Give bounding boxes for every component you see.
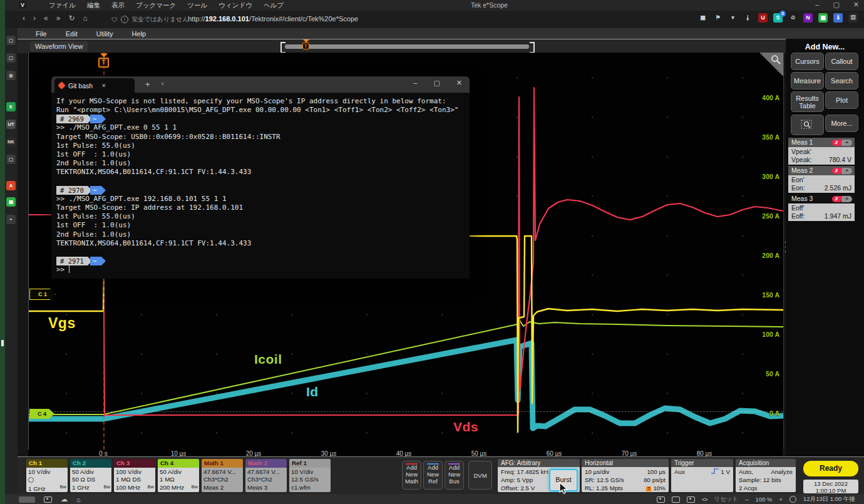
fastforward-icon[interactable]: » — [56, 14, 61, 23]
panel-icon-8[interactable]: A — [6, 181, 16, 190]
terminal-new-tab-button[interactable]: + — [145, 80, 150, 89]
add-new-ref-button[interactable]: AddNewRef — [423, 461, 443, 490]
session-extension-icon[interactable]: S3 — [773, 13, 783, 23]
zoom-tool-button[interactable] — [791, 115, 824, 135]
terminal-title-bar[interactable]: Git bash ✕ + ˅ –▢✕ — [51, 76, 470, 93]
scope-menu-help[interactable]: Help — [132, 30, 147, 38]
puzzle-extension-icon[interactable]: ⚄ — [848, 13, 858, 23]
url-field[interactable]: http://192.168.0.101/Tektronix#/client/c… — [188, 15, 358, 23]
add-new-math-button[interactable]: AddNewMath — [402, 461, 421, 490]
browser-menu-item[interactable]: ファイル — [49, 1, 76, 10]
meas-badge-pill[interactable]: 3+ — [832, 140, 852, 146]
scope-menu-utility[interactable]: Utility — [96, 30, 113, 38]
meas-badge-pill[interactable]: 3+ — [832, 168, 852, 174]
panel-icon-2[interactable]: ▢ — [6, 53, 16, 63]
vivaldi-logo-icon[interactable]: V — [19, 1, 26, 9]
panel-icon-5[interactable]: UT — [6, 120, 16, 129]
panel-icon-9[interactable]: ▦ — [6, 197, 16, 207]
terminal-close-icon[interactable]: ✕ — [456, 79, 462, 87]
terminal-tab-close-icon[interactable]: ✕ — [101, 83, 106, 89]
terminal-output[interactable]: If your MSO-Scope is not listed, specify… — [51, 93, 470, 279]
panel-icon-7[interactable]: ▢ — [6, 155, 16, 164]
add-new-bus-button[interactable]: AddNewBus — [445, 461, 464, 490]
browser-menu-item[interactable]: 編集 — [87, 1, 100, 10]
sidebar-button-1[interactable]: Cursors — [791, 53, 824, 70]
terminal-tab[interactable]: Git bash ✕ — [54, 78, 135, 93]
browser-menu-item[interactable]: 表示 — [111, 1, 125, 10]
qr-icon[interactable]: ▦ — [698, 13, 707, 23]
waveform-view-tab[interactable]: Waveform View — [30, 41, 88, 51]
sidebar-button-3[interactable]: Measure — [791, 72, 824, 90]
onenote-extension-icon[interactable]: N — [803, 13, 813, 23]
ublock-extension-icon[interactable]: U — [758, 13, 768, 23]
reset-zoom-button[interactable]: リセット — [714, 495, 738, 503]
code-icon[interactable]: <> — [702, 496, 707, 503]
sidebar-button-5[interactable]: Results Table — [791, 91, 824, 112]
minimize-icon[interactable]: – — [815, 1, 819, 9]
dvm-button[interactable]: DVM — [468, 461, 492, 490]
acquisition-badge[interactable]: Acquisition Auto,Analyze Sample: 12 bits… — [736, 459, 796, 492]
panel-icon-6[interactable]: NK — [6, 137, 16, 147]
minimap-left-bracket[interactable] — [280, 42, 285, 53]
channel-badge-math1[interactable]: Math 147.6674 V...Ch3*Ch2Meas 2 — [202, 459, 243, 492]
browser-menu-item[interactable]: ウィンドウ — [219, 1, 252, 10]
meas-add-icon[interactable]: + — [841, 196, 852, 202]
meas-badge-pill[interactable]: 3+ — [832, 196, 852, 202]
meas-card-2[interactable]: Meas 23+Eon'Eon:2.526 mJ — [788, 166, 855, 193]
trigger-badge[interactable]: Trigger Aux 1 V — [671, 459, 733, 492]
cloud-icon[interactable]: ☁ — [61, 495, 68, 503]
panel-icon-1[interactable]: ▢ — [6, 36, 16, 45]
channel-badge-ch1[interactable]: Ch 110 V/div1 GHzBw — [26, 459, 68, 492]
terminal-maximize-icon[interactable]: ▢ — [433, 79, 440, 87]
channel-badge-ch4[interactable]: Ch 450 A/div1 MΩ200 MHzBw — [158, 459, 199, 492]
sidebar-button-8[interactable]: More... — [825, 115, 858, 132]
bookmark-icon[interactable]: ⚑ — [713, 13, 723, 23]
minimap-right-bracket[interactable] — [530, 42, 535, 53]
panel-icon-10[interactable]: + — [6, 215, 16, 224]
minimap-track[interactable] — [285, 44, 529, 49]
download-icon[interactable]: ⭳ — [743, 13, 753, 23]
forward-icon[interactable]: › — [33, 14, 36, 23]
sidebar-button-2[interactable]: Callout — [825, 53, 858, 70]
reload-icon[interactable]: ↻ — [68, 14, 75, 23]
capture-icon[interactable] — [657, 496, 665, 503]
app-grid-icon[interactable] — [44, 496, 52, 503]
rewind-icon[interactable]: « — [44, 14, 48, 23]
panel-icon-4[interactable]: E — [6, 102, 16, 111]
zoom-out-button[interactable]: – — [745, 496, 748, 503]
recycle-extension-icon[interactable]: ♻ — [788, 13, 798, 23]
terminal-minimize-icon[interactable]: – — [413, 79, 417, 87]
channel-badge-ref1[interactable]: Ref 110 V/div12.5 GS/sc1.wfm — [289, 459, 331, 492]
dropdown-chevron-icon[interactable]: ▾ — [728, 13, 738, 23]
scope-menu-edit[interactable]: Edit — [66, 30, 78, 38]
grid-extension-icon[interactable]: ▦ — [818, 13, 828, 23]
browser-menu-item[interactable]: ヘルプ — [264, 1, 284, 10]
maximize-icon[interactable]: ▢ — [833, 1, 839, 9]
channel-badge-ch3[interactable]: Ch 3100 V/div1 MΩ DS100 MHzBw — [114, 459, 155, 492]
scope-menu-file[interactable]: File — [36, 30, 47, 38]
sidebar-button-6[interactable]: Plot — [825, 91, 858, 109]
arrow-extension-icon[interactable]: ⇓ — [833, 13, 843, 23]
image-icon[interactable] — [687, 496, 695, 503]
sidebar-button-4[interactable]: Search — [825, 72, 858, 90]
zoom-in-button[interactable]: + — [779, 496, 783, 503]
terminal-window[interactable]: Git bash ✕ + ˅ –▢✕ If your MSO-Scope is … — [51, 76, 470, 279]
taskbar-button[interactable] — [19, 496, 35, 503]
panel-icon-3[interactable]: ◍ — [6, 71, 16, 80]
meas-add-icon[interactable]: + — [841, 140, 852, 146]
browser-menu-item[interactable]: ブックマーク — [136, 1, 176, 10]
channel-badge-ch2[interactable]: Ch 250 A/div50 Ω DS1 GHzBw — [70, 459, 111, 492]
meas-card-3[interactable]: Meas 33+Eoff'Eoff:1.947 mJ — [788, 194, 855, 221]
window-icon[interactable] — [672, 496, 680, 503]
meas-card-1[interactable]: Meas 13+Vpeak'Vpeak:780.4 V — [788, 138, 855, 165]
back-icon[interactable]: ‹ — [23, 14, 25, 23]
home-icon[interactable]: ⌂ — [76, 496, 81, 503]
horizontal-badge[interactable]: Horizontal 10 µs/div100 µsSR: 12.5 GS/s8… — [582, 459, 669, 492]
meas-add-icon[interactable]: + — [841, 168, 852, 174]
minimap-trigger-marker[interactable]: T — [302, 39, 309, 49]
trigger-flag[interactable]: T — [98, 53, 109, 68]
close-icon[interactable]: ✕ — [853, 1, 859, 9]
browser-menu-item[interactable]: ツール — [187, 1, 207, 10]
security-chip[interactable]: 🛡 i 安全ではありません — [111, 15, 189, 24]
channel-badge-math2[interactable]: Math 247.6674 V...Ch3*Ch2Meas 3 — [245, 459, 287, 492]
